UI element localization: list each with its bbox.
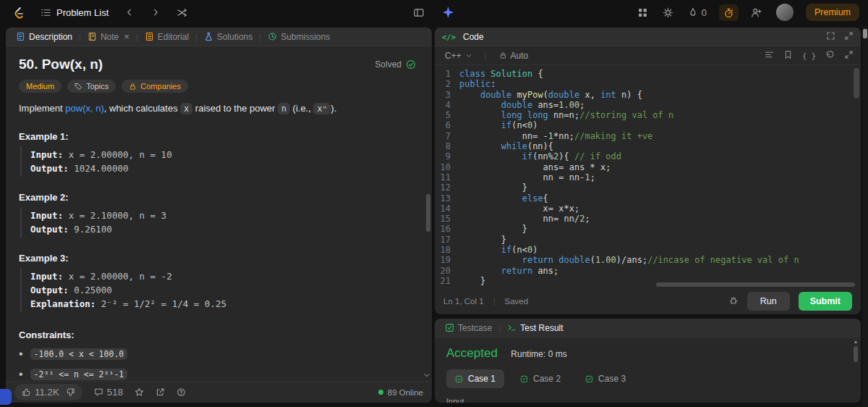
badges-row: Medium Topics Companies (19, 80, 416, 93)
saved-status: Saved (504, 297, 528, 306)
undo-button[interactable] (825, 50, 835, 62)
star-icon (135, 387, 144, 397)
scroll-down-chevron-icon[interactable] (422, 371, 431, 379)
close-note-tab-icon[interactable]: × (124, 31, 129, 42)
random-problem-button[interactable] (174, 5, 190, 20)
code-line-content: double myPow(double x, int n) { (459, 90, 642, 100)
problem-list-button[interactable]: Problem List (38, 5, 111, 20)
code-line[interactable]: 18 if(n<0) (435, 245, 861, 255)
code-editor[interactable]: 1class Solution {2public:3 double myPow(… (435, 65, 861, 288)
code-line[interactable]: 12 } (435, 182, 861, 193)
pow-link[interactable]: pow(x, n) (65, 103, 103, 114)
tab-note[interactable]: Note × (85, 30, 132, 43)
run-button[interactable]: Run (747, 292, 790, 311)
invite-friends-button[interactable] (749, 5, 764, 20)
streak-button[interactable]: 0 (686, 5, 709, 20)
topics-badge[interactable]: Topics (67, 80, 116, 93)
comments-button[interactable]: 518 (94, 387, 123, 398)
code-line[interactable]: 19 return double(1.00)/ans;//incase of n… (435, 255, 861, 265)
bookmark-button[interactable] (783, 50, 793, 62)
result-scrollbar[interactable]: ▲ (852, 339, 859, 401)
window-scrollbar-thumb[interactable] (863, 29, 867, 38)
format-code-button[interactable] (765, 50, 774, 62)
code-line-content: nn= -1*nn;//making it +ve (459, 131, 652, 141)
code-line[interactable]: 11 nn = nn-1; (435, 172, 861, 182)
code-line[interactable]: 13 else{ (435, 193, 861, 204)
home-logo-button[interactable] (9, 4, 27, 22)
bullet-icon: • (19, 368, 23, 381)
tab-editorial[interactable]: Editorial (142, 30, 192, 43)
settings-button[interactable] (660, 5, 676, 20)
case-1-tab[interactable]: Case 1 (446, 369, 504, 388)
language-selector[interactable]: C++ (442, 49, 475, 62)
avatar (776, 4, 793, 21)
code-line[interactable]: 14 x= x*x; (435, 204, 861, 214)
companies-badge[interactable]: Companies (122, 80, 188, 93)
line-number: 9 (435, 151, 459, 161)
description-scrollbar[interactable] (425, 46, 431, 381)
code-line[interactable]: 1class Solution { (435, 69, 861, 79)
layout-panel-button[interactable] (412, 5, 427, 20)
apps-grid-button[interactable] (635, 5, 650, 20)
window-scrollbar[interactable] (862, 26, 868, 407)
code-panel-header: </> Code (435, 28, 861, 46)
case-3-tab[interactable]: Case 3 (576, 369, 634, 388)
code-line[interactable]: 7 nn= -1*nn;//making it +ve (435, 131, 861, 141)
statement-text: Implement (19, 103, 65, 114)
ai-assistant-button[interactable] (440, 4, 457, 21)
bracket-match-button[interactable]: { } (802, 51, 816, 60)
difficulty-badge[interactable]: Medium (19, 80, 61, 93)
user-menu-button[interactable] (774, 1, 796, 23)
statement-text: , which calculates (104, 103, 181, 114)
code-line[interactable]: 6 if(n<0) (435, 120, 861, 130)
submit-button[interactable]: Submit (799, 292, 852, 311)
tab-separator: | (259, 33, 261, 41)
code-line[interactable]: 17 } (435, 235, 861, 245)
favorite-button[interactable] (135, 387, 144, 397)
leetcode-logo-icon (11, 6, 25, 20)
timer-button[interactable] (719, 4, 739, 21)
share-button[interactable] (156, 387, 165, 397)
tab-solutions[interactable]: Solutions (201, 30, 255, 43)
case-2-tab[interactable]: Case 2 (511, 369, 569, 388)
auto-save-toggle[interactable]: Auto (496, 49, 532, 62)
line-number: 10 (435, 162, 459, 172)
code-line[interactable]: 2public: (435, 79, 861, 89)
code-line[interactable]: 4 double ans=1.00; (435, 100, 861, 110)
prev-problem-button[interactable] (122, 5, 137, 20)
tab-testcase[interactable]: Testcase (442, 322, 495, 335)
tab-test-result[interactable]: Test Result (504, 322, 566, 335)
solved-status: Solved (375, 59, 416, 70)
solved-check-icon (406, 59, 416, 70)
scrollbar-thumb[interactable] (854, 346, 858, 362)
editor-vertical-scrollbar-thumb[interactable] (854, 68, 859, 98)
code-line[interactable]: 8 while(nn){ (435, 141, 861, 151)
tab-separator: | (136, 33, 138, 41)
expand-panel-button[interactable] (844, 31, 854, 43)
code-line[interactable]: 16 } (435, 224, 861, 234)
maximize-editor-button[interactable] (844, 50, 854, 62)
code-line[interactable]: 5 long long nn=n;//storing val of n (435, 110, 861, 120)
scroll-up-arrow-icon[interactable]: ▲ (854, 339, 859, 344)
code-line[interactable]: 20 return ans; (435, 266, 861, 276)
expand-arrows-icon (844, 50, 854, 59)
floating-widget-button[interactable] (0, 389, 12, 405)
description-doc-icon (16, 32, 25, 41)
premium-button[interactable]: Premium (806, 4, 859, 21)
like-button[interactable]: 11.2K (22, 387, 59, 398)
scrollbar-thumb[interactable] (426, 194, 430, 232)
code-line[interactable]: 15 nn= nn/2; (435, 214, 861, 224)
next-problem-button[interactable] (148, 5, 163, 20)
tab-description[interactable]: Description (13, 30, 75, 43)
editor-horizontal-scrollbar-thumb[interactable] (656, 282, 855, 287)
code-line[interactable]: 3 double myPow(double x, int n) { (435, 90, 861, 100)
code-line[interactable]: 10 ans= ans * x; (435, 162, 861, 172)
problem-title: 50. Pow(x, n) (19, 56, 103, 72)
debug-button[interactable] (728, 295, 739, 308)
fullscreen-button[interactable] (826, 31, 835, 43)
dislike-button[interactable] (66, 387, 75, 397)
feedback-button[interactable] (176, 387, 186, 397)
tab-submissions[interactable]: Submissions (265, 30, 333, 43)
code-line-content: else{ (459, 193, 548, 204)
code-line[interactable]: 9 if(nn%2){ // if odd (435, 151, 861, 161)
